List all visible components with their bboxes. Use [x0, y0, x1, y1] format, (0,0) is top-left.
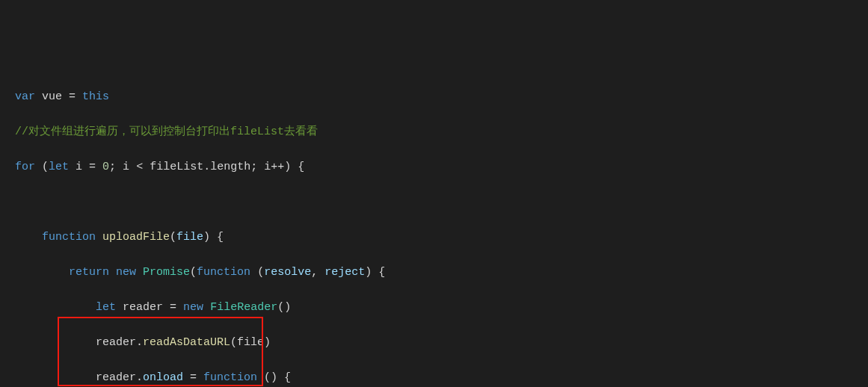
keyword-var: var — [15, 90, 35, 103]
operator: = — [190, 371, 197, 384]
code-text — [96, 161, 102, 173]
code-line: function uploadFile(file) { — [15, 229, 868, 247]
function-name: uploadFile — [102, 231, 170, 244]
property-name: onload — [143, 371, 183, 384]
code-text — [176, 301, 183, 314]
code-text: (file) — [230, 336, 271, 349]
code-text — [183, 371, 190, 384]
code-text — [15, 231, 42, 244]
code-text: ( — [250, 266, 264, 279]
code-text: () { — [257, 371, 291, 384]
code-text: vue — [35, 90, 69, 103]
class-promise: Promise — [143, 266, 190, 279]
operator: = — [89, 161, 96, 173]
code-line: let reader = new FileReader() — [15, 299, 868, 317]
keyword-function: function — [42, 231, 96, 244]
code-text — [15, 266, 69, 279]
code-line: reader.readAsDataURL(file) — [15, 334, 868, 352]
keyword-function: function — [197, 266, 250, 279]
keyword-new: new — [183, 301, 203, 314]
keyword-new: new — [116, 266, 136, 279]
code-line: reader.onload = function () { — [15, 369, 868, 387]
code-line: return new Promise(function (resolve, re… — [15, 264, 868, 282]
code-text — [15, 301, 96, 314]
parameter: resolve — [264, 266, 311, 279]
method-name: readAsDataURL — [143, 336, 230, 349]
code-text: ) { — [365, 266, 385, 279]
code-text: ) { — [284, 161, 304, 173]
operator: = — [69, 90, 76, 103]
code-text: reader. — [15, 336, 143, 349]
code-text — [136, 266, 143, 279]
comment: //对文件组进行遍历，可以到控制台打印出fileList去看看 — [15, 126, 318, 138]
code-text: reader — [116, 301, 170, 314]
operator: ++ — [271, 161, 284, 173]
code-text: ( — [190, 266, 197, 279]
code-text — [96, 231, 102, 244]
code-text: ) { — [203, 231, 224, 244]
code-line: var vue = this — [15, 88, 868, 106]
keyword-let: let — [96, 301, 116, 314]
operator: < — [136, 161, 143, 173]
number: 0 — [102, 161, 109, 173]
keyword-for: for — [15, 161, 35, 173]
keyword-function: function — [203, 371, 257, 384]
code-line: //对文件组进行遍历，可以到控制台打印出fileList去看看 — [15, 123, 868, 141]
keyword-let: let — [49, 161, 69, 173]
code-text — [203, 301, 210, 314]
parameter: reject — [324, 266, 365, 279]
code-text: ; i — [109, 161, 136, 173]
code-text — [76, 90, 82, 103]
keyword-return: return — [69, 266, 109, 279]
code-text — [109, 266, 116, 279]
code-text: , — [311, 266, 324, 279]
keyword-this: this — [82, 90, 109, 103]
code-editor[interactable]: var vue = this //对文件组进行遍历，可以到控制台打印出fileL… — [0, 70, 868, 387]
code-text: i — [69, 161, 89, 173]
code-text: ( — [35, 161, 49, 173]
code-line: for (let i = 0; i < fileList.length; i++… — [15, 158, 868, 176]
code-line — [15, 194, 868, 211]
code-text — [197, 371, 203, 384]
class-filereader: FileReader — [210, 301, 277, 314]
code-text: ( — [170, 231, 176, 244]
parameter: file — [176, 231, 203, 244]
operator: = — [170, 301, 176, 314]
code-text: fileList.length; i — [143, 161, 271, 173]
code-text: () — [277, 301, 291, 314]
code-text: reader. — [15, 371, 143, 384]
